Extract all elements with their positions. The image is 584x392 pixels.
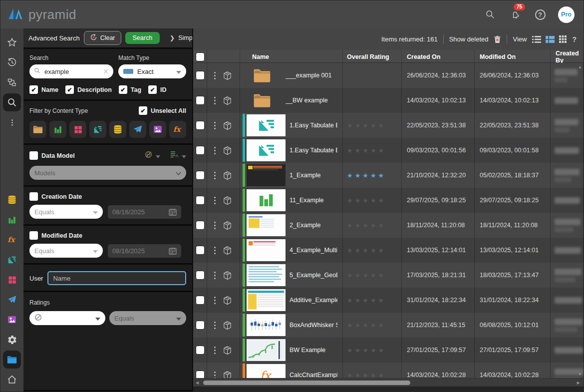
- rating-stars[interactable]: ★★★★★: [347, 222, 386, 229]
- rail-item-history[interactable]: [3, 53, 21, 71]
- horizontal-scrollbar-thumb[interactable]: [203, 381, 410, 385]
- rating-stars[interactable]: ★★★★★: [347, 147, 386, 154]
- row-checkbox[interactable]: [196, 321, 205, 330]
- row-menu-icon[interactable]: [214, 222, 216, 229]
- row-checkbox[interactable]: [196, 246, 205, 255]
- table-row[interactable]: ___example 00126/06/2024, 12:36:0326/06/…: [193, 63, 584, 88]
- scroll-left-arrow[interactable]: ◀: [196, 379, 199, 387]
- rail-item-tabulate[interactable]: [3, 251, 21, 269]
- rail-item-grid[interactable]: [3, 271, 21, 289]
- creation-date-checkbox[interactable]: ✔ Creation Date: [29, 192, 186, 201]
- table-row[interactable]: BW Example★★★★★27/01/2025, 17:09:5727/01…: [193, 338, 584, 363]
- rating-stars[interactable]: ★★★★★: [347, 197, 386, 204]
- modified-date-input[interactable]: 08/16/2025: [108, 244, 181, 258]
- rating-stars[interactable]: ★★★★★: [347, 172, 386, 179]
- chevron-down-icon[interactable]: [156, 151, 160, 160]
- clear-search-term-icon[interactable]: ✕: [103, 68, 109, 75]
- rail-item-formula[interactable]: fx: [3, 231, 21, 249]
- row-cube-icon[interactable]: [223, 196, 232, 205]
- rail-item-favorites[interactable]: [3, 33, 21, 51]
- models-select[interactable]: Models: [29, 166, 186, 180]
- content-type-bar-chart[interactable]: [49, 121, 66, 138]
- rail-item-folder[interactable]: [3, 351, 21, 369]
- table-help-icon[interactable]: ?: [572, 35, 577, 43]
- view-grid-icon[interactable]: [559, 35, 567, 43]
- vertical-scroll-down-arrow[interactable]: ▼: [578, 372, 582, 377]
- row-cube-icon[interactable]: [223, 321, 232, 330]
- content-type-image[interactable]: [149, 121, 166, 138]
- row-checkbox[interactable]: [196, 121, 205, 130]
- row-menu-icon[interactable]: [214, 272, 216, 279]
- rail-item-database[interactable]: [3, 191, 21, 209]
- search-field-checkbox-id[interactable]: ✔ID: [148, 85, 167, 94]
- row-cube-icon[interactable]: [223, 271, 232, 280]
- row-cube-icon[interactable]: [223, 246, 232, 255]
- model-sort-icon[interactable]: A: [170, 151, 179, 160]
- help-icon[interactable]: ?: [533, 7, 547, 21]
- row-menu-icon[interactable]: [214, 372, 216, 379]
- row-checkbox[interactable]: [196, 271, 205, 280]
- search-submit-button[interactable]: Search: [125, 32, 160, 44]
- content-type-grid[interactable]: [69, 121, 86, 138]
- row-cube-icon[interactable]: [223, 71, 232, 80]
- row-cube-icon[interactable]: [223, 296, 232, 305]
- creation-date-operator-select[interactable]: Equals: [29, 205, 103, 219]
- rating-stars[interactable]: ★★★★★: [347, 272, 386, 279]
- rail-item-hierarchy[interactable]: [3, 73, 21, 91]
- row-cube-icon[interactable]: [223, 146, 232, 155]
- row-cube-icon[interactable]: [223, 346, 232, 355]
- search-field-checkbox-description[interactable]: ✔Description: [65, 85, 112, 94]
- row-checkbox[interactable]: [196, 71, 205, 80]
- clear-button[interactable]: Clear: [84, 31, 121, 45]
- rating-stars[interactable]: ★★★★★: [347, 297, 386, 304]
- row-checkbox[interactable]: [196, 171, 205, 180]
- column-header-created-on[interactable]: Created On: [402, 50, 475, 64]
- table-row[interactable]: 1.Easy Tabulate Example★★★★★22/05/2023, …: [193, 113, 584, 138]
- rail-item-search[interactable]: [3, 93, 21, 111]
- rail-item-home[interactable]: [3, 371, 21, 389]
- global-search-icon[interactable]: [483, 7, 497, 21]
- server-filter-icon[interactable]: [144, 150, 153, 161]
- ratings-operator-select[interactable]: Equals: [109, 311, 186, 325]
- row-checkbox[interactable]: [196, 371, 205, 378]
- table-row[interactable]: 11_Example★★★★★29/07/2025, 09:18:2529/07…: [193, 188, 584, 213]
- row-menu-icon[interactable]: [214, 347, 216, 354]
- show-deleted-trash-icon[interactable]: [494, 35, 501, 43]
- row-checkbox[interactable]: [196, 196, 205, 205]
- table-row[interactable]: __BW example14/03/2024, 10:02:1314/03/20…: [193, 88, 584, 113]
- chevron-down-icon[interactable]: [182, 151, 186, 160]
- view-list-icon[interactable]: [532, 36, 541, 43]
- row-menu-icon[interactable]: [214, 322, 216, 329]
- row-cube-icon[interactable]: [223, 371, 232, 379]
- ratings-value-select[interactable]: [29, 311, 105, 325]
- select-all-checkbox[interactable]: [196, 52, 205, 61]
- table-row[interactable]: 1.Easy Tabulate Example★★★★★09/03/2023, …: [193, 138, 584, 163]
- column-header-name[interactable]: Name: [240, 50, 343, 64]
- row-checkbox[interactable]: [196, 346, 205, 355]
- row-cube-icon[interactable]: [223, 171, 232, 180]
- table-row[interactable]: Additive_Example★★★★★31/01/2024, 18:22:3…: [193, 288, 584, 313]
- rail-item-send[interactable]: [3, 291, 21, 309]
- user-name-input[interactable]: [47, 271, 186, 285]
- rating-stars[interactable]: ★★★★★: [347, 372, 386, 379]
- row-menu-icon[interactable]: [214, 72, 216, 79]
- calendar-icon[interactable]: [169, 247, 177, 255]
- row-checkbox[interactable]: [196, 96, 205, 105]
- content-type-database[interactable]: [109, 121, 126, 138]
- content-type-send[interactable]: [129, 121, 146, 138]
- row-checkbox[interactable]: [196, 146, 205, 155]
- rating-stars[interactable]: ★★★★★: [347, 122, 386, 129]
- search-field-checkbox-name[interactable]: ✔Name: [29, 85, 58, 94]
- row-menu-icon[interactable]: [214, 122, 216, 129]
- creation-date-input[interactable]: 08/16/2025: [108, 205, 181, 219]
- column-header-created-by[interactable]: Created By: [551, 50, 584, 64]
- row-menu-icon[interactable]: [214, 172, 216, 179]
- table-row[interactable]: BoxAndWhisker Simple★★★★★21/12/2023, 11:…: [193, 313, 584, 338]
- row-menu-icon[interactable]: [214, 197, 216, 204]
- row-menu-icon[interactable]: [214, 297, 216, 304]
- column-header-modified-on[interactable]: Modified On: [475, 50, 551, 64]
- row-menu-icon[interactable]: [214, 147, 216, 154]
- row-cube-icon[interactable]: [223, 121, 232, 130]
- rail-item-bar-chart[interactable]: [3, 211, 21, 229]
- search-term-field[interactable]: ✕: [29, 64, 113, 78]
